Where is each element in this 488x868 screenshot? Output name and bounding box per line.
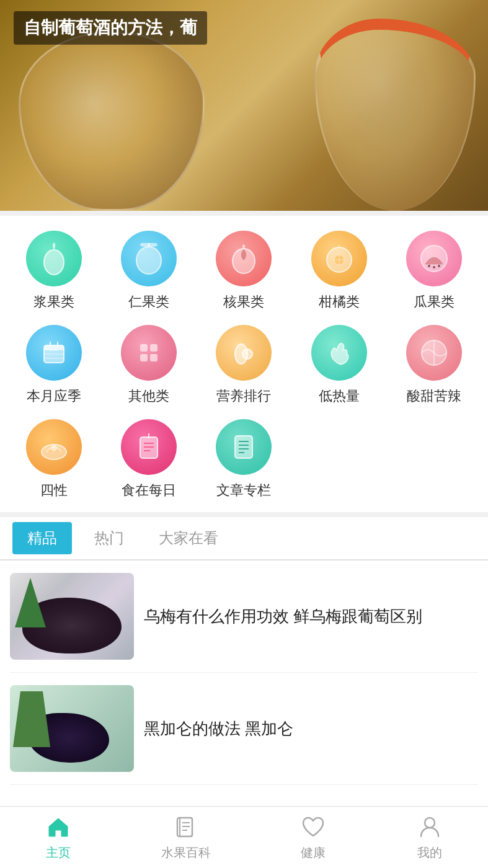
tabs-section: 精品 热门 大家在看 乌梅有什么作用功效 鲜乌梅跟葡萄区别 黑加仑的做法 黑加仑 <box>0 517 488 853</box>
nature-label: 四性 <box>40 481 68 500</box>
category-taste[interactable]: 酸甜苦辣 <box>387 325 482 405</box>
tab-watching[interactable]: 大家在看 <box>141 517 236 559</box>
book-icon <box>172 813 200 841</box>
other-label: 其他类 <box>128 387 169 405</box>
nutrition-label: 营养排行 <box>216 387 271 405</box>
nav-encyclopedia-label: 水果百科 <box>161 844 211 861</box>
season-icon <box>26 325 82 381</box>
low-label: 低热量 <box>319 387 360 405</box>
svg-point-11 <box>438 265 440 267</box>
taste-label: 酸甜苦辣 <box>407 387 461 405</box>
tab-featured[interactable]: 精品 <box>12 522 72 554</box>
article-label: 文章专栏 <box>216 481 271 500</box>
svg-rect-34 <box>235 436 252 458</box>
nature-icon <box>26 419 82 475</box>
nav-health[interactable]: 健康 <box>287 808 339 866</box>
nav-health-label: 健康 <box>301 844 326 861</box>
category-season[interactable]: 本月应季 <box>6 325 101 405</box>
svg-rect-13 <box>44 345 64 350</box>
hero-banner[interactable]: 自制葡萄酒的方法，葡 <box>0 0 488 211</box>
stone-label: 核果类 <box>223 293 264 311</box>
article-blackcurrant-content: 黑加仑的做法 黑加仑 <box>144 685 478 772</box>
svg-point-9 <box>428 265 430 267</box>
berry-icon <box>26 231 82 286</box>
melon-label: 瓜果类 <box>414 293 455 311</box>
category-citrus[interactable]: 柑橘类 <box>291 231 386 311</box>
article-blackcurrant-title: 黑加仑的做法 黑加仑 <box>144 717 293 741</box>
svg-point-0 <box>44 250 64 275</box>
taste-icon <box>406 325 462 381</box>
nav-home[interactable]: 主页 <box>32 808 84 866</box>
nav-encyclopedia[interactable]: 水果百科 <box>149 808 223 866</box>
nav-home-label: 主页 <box>46 844 71 861</box>
category-daily[interactable]: 食在每日 <box>101 419 196 500</box>
bottom-nav: 主页 水果百科 健康 我的 <box>0 806 488 868</box>
hero-jar-left <box>19 31 205 211</box>
article-ume-content: 乌梅有什么作用功效 鲜乌梅跟葡萄区别 <box>144 573 478 660</box>
category-melon[interactable]: 瓜果类 <box>387 231 482 311</box>
hero-jar-right <box>314 19 476 211</box>
article-blackcurrant-thumb <box>10 685 134 772</box>
svg-point-10 <box>433 266 435 268</box>
category-grid: 浆果类 仁果类 核果类 <box>6 231 482 500</box>
article-ume-thumb <box>10 573 134 660</box>
category-nut[interactable]: 仁果类 <box>101 231 196 311</box>
daily-label: 食在每日 <box>122 481 176 500</box>
melon-icon <box>406 231 462 286</box>
svg-point-44 <box>425 818 435 828</box>
category-nature[interactable]: 四性 <box>6 419 101 500</box>
nut-icon <box>121 231 177 286</box>
user-icon <box>416 813 443 841</box>
category-berry[interactable]: 浆果类 <box>6 231 101 311</box>
tab-hot[interactable]: 热门 <box>77 517 141 559</box>
svg-rect-20 <box>150 344 157 352</box>
nav-mine[interactable]: 我的 <box>404 808 456 866</box>
home-icon <box>45 813 72 841</box>
season-label: 本月应季 <box>27 387 81 405</box>
stone-icon <box>216 231 272 286</box>
article-blackcurrant[interactable]: 黑加仑的做法 黑加仑 <box>10 673 478 785</box>
svg-rect-21 <box>140 354 148 361</box>
svg-point-28 <box>51 445 57 451</box>
hero-title: 自制葡萄酒的方法，葡 <box>14 11 207 45</box>
article-list: 乌梅有什么作用功效 鲜乌梅跟葡萄区别 黑加仑的做法 黑加仑 <box>0 560 488 785</box>
article-icon <box>216 419 272 475</box>
other-icon <box>121 325 177 381</box>
category-article[interactable]: 文章专栏 <box>197 419 291 500</box>
article-ume-title: 乌梅有什么作用功效 鲜乌梅跟葡萄区别 <box>144 604 422 629</box>
daily-icon <box>121 419 177 475</box>
article-ume[interactable]: 乌梅有什么作用功效 鲜乌梅跟葡萄区别 <box>10 560 478 673</box>
low-icon <box>311 325 367 381</box>
category-other[interactable]: 其他类 <box>101 325 196 405</box>
category-low[interactable]: 低热量 <box>291 325 386 405</box>
svg-rect-19 <box>140 344 148 352</box>
tabs-header: 精品 热门 大家在看 <box>0 517 488 560</box>
category-stone[interactable]: 核果类 <box>197 231 291 311</box>
svg-point-24 <box>242 349 252 359</box>
berry-label: 浆果类 <box>33 293 74 311</box>
citrus-label: 柑橘类 <box>319 293 360 311</box>
nav-mine-label: 我的 <box>417 844 442 861</box>
category-nutrition[interactable]: 营养排行 <box>197 325 291 405</box>
svg-point-1 <box>136 247 161 274</box>
nutrition-icon <box>216 325 272 381</box>
category-section: 浆果类 仁果类 核果类 <box>0 216 488 512</box>
svg-rect-22 <box>150 354 157 361</box>
heart-icon <box>299 813 327 841</box>
nut-label: 仁果类 <box>128 293 169 311</box>
citrus-icon <box>311 231 367 286</box>
